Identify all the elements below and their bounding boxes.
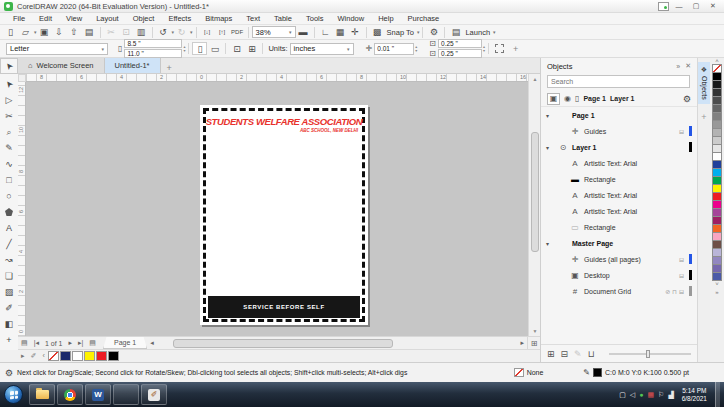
objects-tree-row[interactable]: ▾⊙Layer 1	[541, 139, 697, 155]
new-master-layer-button[interactable]: ⊟	[561, 349, 569, 359]
docpal-swatch[interactable]	[84, 351, 95, 361]
tab-untitled-document[interactable]: Untitled-1*	[105, 58, 161, 73]
document-page[interactable]: STUDENTS WELFARE ASSOCIATION ABC SCHOOL,…	[200, 105, 368, 325]
objects-tree-row[interactable]: ▾Master Page	[541, 235, 697, 251]
objects-tree-row[interactable]: ▬Rectangle	[541, 171, 697, 187]
indicator-icon[interactable]: ⊟	[679, 256, 684, 263]
tool-artistic-media[interactable]: ∿	[1, 156, 17, 172]
copy-button[interactable]: ⊡	[119, 26, 134, 39]
tool-polygon[interactable]	[1, 204, 17, 220]
tree-expand-arrow[interactable]: ▾	[546, 240, 556, 247]
property-bar-customize-button[interactable]: +	[507, 44, 524, 54]
indicator-icon[interactable]: ⊘	[665, 288, 670, 295]
duplicate-spinner[interactable]: ▴▾	[483, 45, 485, 53]
launch-icon-button[interactable]: ▤	[448, 26, 463, 39]
duplicate-y-field[interactable]: 0.25 "	[438, 49, 482, 58]
vertical-ruler[interactable]: 121086420	[18, 82, 26, 336]
layer-color-bar[interactable]	[689, 142, 692, 152]
tool-crop[interactable]: ✂	[1, 108, 17, 124]
menu-object[interactable]: Object	[126, 14, 162, 23]
close-button[interactable]: ✕	[706, 1, 720, 11]
show-rulers-button[interactable]: ∟	[318, 26, 333, 39]
docpal-swatch[interactable]	[96, 351, 107, 361]
docker-collapse-button[interactable]: »	[676, 63, 680, 70]
menu-help[interactable]: Help	[371, 14, 400, 23]
tool-shape[interactable]: ▷	[1, 92, 17, 108]
palette-scroll-left[interactable]: ‹	[39, 352, 47, 359]
docpal-swatch[interactable]	[72, 351, 83, 361]
paste-button[interactable]: ▥	[134, 26, 149, 39]
launch-dropdown[interactable]: Launch	[465, 28, 490, 37]
palette-scroll-down[interactable]: ˅	[715, 281, 719, 288]
objects-tree-row[interactable]: ▭Rectangle	[541, 219, 697, 235]
nudge-spinner[interactable]: ▴▾	[415, 45, 417, 53]
redo-dropdown-arrow[interactable]: ▾	[190, 29, 193, 35]
objects-tree-row[interactable]: AArtistic Text: Arial	[541, 155, 697, 171]
tool-zoom[interactable]: ⌕	[1, 124, 17, 140]
publish-pdf-button[interactable]: PDF	[230, 26, 245, 39]
indicator-icon[interactable]: ⊟	[679, 288, 684, 295]
drawing-canvas[interactable]: STUDENTS WELFARE ASSOCIATION ABC SCHOOL,…	[26, 82, 528, 336]
tray-language-flag-icon[interactable]: ⚐	[658, 391, 664, 399]
quick-customize-button[interactable]: +	[701, 112, 706, 122]
current-page-size-button[interactable]: ⊞	[244, 42, 259, 55]
page-width-field[interactable]: 8.5 "	[124, 39, 182, 48]
menu-table[interactable]: Table	[267, 14, 299, 23]
first-page-button[interactable]: |◂	[31, 339, 42, 347]
tool-rectangle[interactable]: □	[1, 172, 17, 188]
menu-layout[interactable]: Layout	[89, 14, 126, 23]
tree-expand-arrow[interactable]: ▾	[546, 144, 556, 151]
objects-tree-row[interactable]: ✛Guides⊟	[541, 123, 697, 139]
taskbar-clock[interactable]: 5:14 PM 6/8/2021	[682, 387, 707, 402]
vertical-scrollbar[interactable]: ▲ ▼	[528, 74, 540, 336]
menu-text[interactable]: Text	[239, 14, 267, 23]
objects-search-input[interactable]	[547, 75, 690, 88]
menu-purchase[interactable]: Purchase	[401, 14, 447, 23]
tray-action-center-icon[interactable]: ▢	[619, 391, 626, 399]
tab-welcome-screen[interactable]: ⌂ Welcome Screen	[18, 58, 105, 73]
units-select[interactable]: inches▾	[290, 43, 354, 55]
full-screen-button[interactable]: ▬	[296, 26, 311, 39]
tool-dimension[interactable]: ╱	[1, 236, 17, 252]
menu-edit[interactable]: Edit	[32, 14, 59, 23]
snap-off-button[interactable]: ▩	[370, 26, 385, 39]
page-size-preset-select[interactable]: Letter▾	[6, 43, 108, 55]
list-view-icon[interactable]: ▣	[547, 93, 560, 105]
tool-pick-active-slot[interactable]: ➤	[0, 58, 18, 74]
tool-transparency[interactable]: ▨	[1, 284, 17, 300]
export-button[interactable]: ⇧	[67, 26, 82, 39]
opacity-slider-thumb[interactable]	[646, 350, 650, 358]
docpal-swatch[interactable]	[108, 351, 119, 361]
objects-tree-row[interactable]: ▾Page 1	[541, 107, 697, 123]
new-document-tab-button[interactable]: +	[161, 63, 178, 73]
visibility-icon[interactable]: ◉	[564, 94, 571, 103]
page-thumb-icon[interactable]: ▯	[575, 94, 579, 103]
cut-button[interactable]: ✂	[104, 26, 119, 39]
show-grid-button[interactable]: ▦	[333, 26, 348, 39]
menu-view[interactable]: View	[59, 14, 89, 23]
objects-tree-row[interactable]: ✛Guides (all pages)⊟	[541, 251, 697, 267]
treat-as-filled-toggle[interactable]	[495, 44, 504, 53]
menu-file[interactable]: File	[6, 14, 32, 23]
nudge-distance-field[interactable]: 0.01 "	[374, 43, 414, 55]
indicator-icon[interactable]: ⊟	[679, 128, 684, 135]
zoom-level-select[interactable]: 38%▾	[252, 26, 296, 38]
taskbar-app-chrome[interactable]	[57, 384, 83, 405]
layer-color-bar[interactable]	[689, 126, 692, 136]
tool-eyedropper[interactable]: ✐	[1, 300, 17, 316]
tool-freehand[interactable]: ✎	[1, 140, 17, 156]
restore-button[interactable]: ▢	[689, 1, 703, 11]
objects-tree-row[interactable]: ▣Desktop⊟	[541, 267, 697, 283]
duplicate-x-field[interactable]: 0.25 "	[438, 39, 482, 48]
next-page-button[interactable]: ▸	[65, 339, 75, 347]
tool-drop-shadow[interactable]: ❏	[1, 268, 17, 284]
horizontal-scrollbar[interactable]	[165, 338, 518, 349]
redo-button[interactable]: ↻	[174, 26, 189, 39]
document-navigator-button[interactable]: ⊞	[527, 337, 540, 349]
palette-flyout-button[interactable]: »	[715, 289, 718, 295]
taskbar-app-paint[interactable]: ✐	[141, 384, 167, 405]
menu-tools[interactable]: Tools	[299, 14, 331, 23]
import-button[interactable]: ⇩	[52, 26, 67, 39]
poster-subtitle-text[interactable]: ABC SCHOOL, NEW DELHI	[300, 128, 358, 133]
publish-to-button[interactable]: [↑]	[215, 26, 230, 39]
